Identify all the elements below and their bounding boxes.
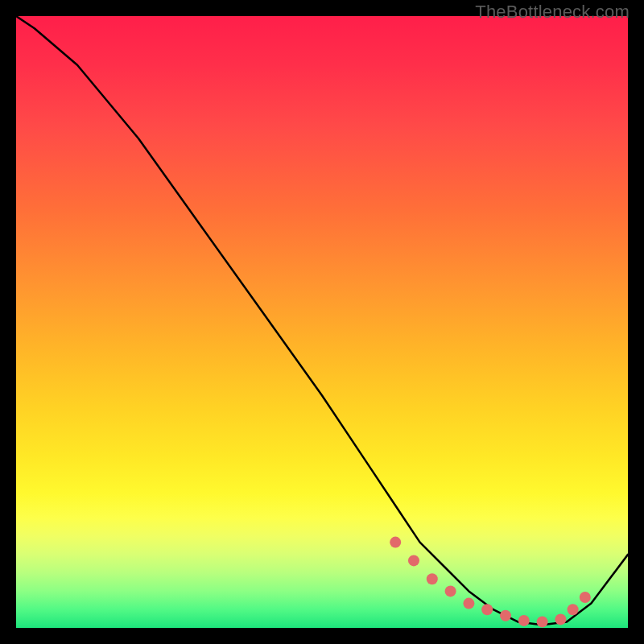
optimal-zone-markers [390, 537, 591, 628]
marker-dot [500, 610, 511, 621]
marker-dot [537, 616, 548, 627]
marker-dot [518, 615, 530, 626]
marker-dot [463, 598, 474, 609]
marker-dot [568, 604, 579, 615]
marker-dot [427, 573, 438, 584]
marker-dot [580, 592, 591, 603]
marker-dot [445, 585, 456, 597]
marker-dot [408, 555, 419, 566]
marker-dot [555, 613, 566, 625]
marker-dot [481, 604, 493, 615]
watermark-text: TheBottleneck.com [475, 2, 630, 23]
bottleneck-curve-line [16, 16, 628, 625]
bottleneck-chart [16, 16, 628, 628]
chart-frame: TheBottleneck.com [0, 0, 644, 644]
marker-dot [390, 537, 401, 548]
